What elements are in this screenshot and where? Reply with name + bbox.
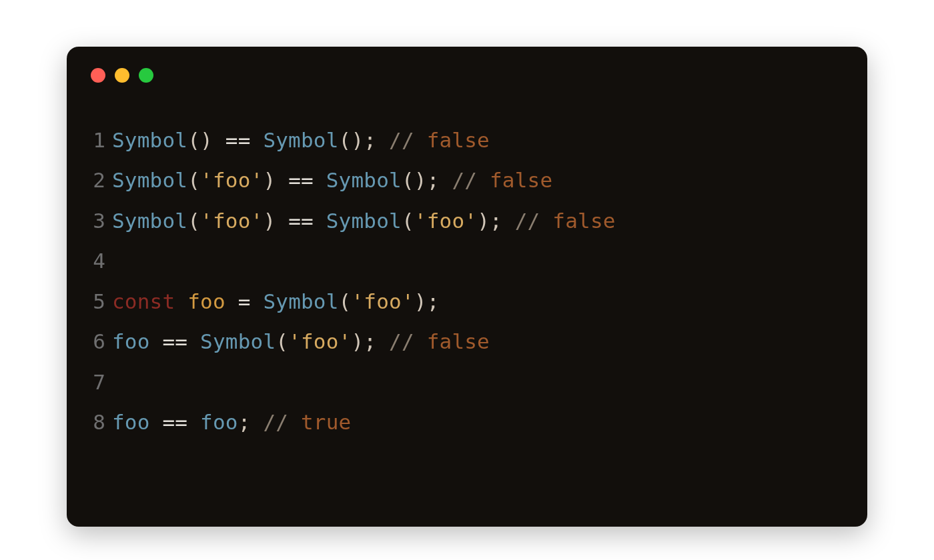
code-token xyxy=(251,289,264,313)
code-token: true xyxy=(301,410,351,434)
code-token: ) xyxy=(263,209,288,233)
code-token xyxy=(314,209,326,233)
code-token xyxy=(150,410,163,434)
code-token: // xyxy=(263,410,301,434)
code-line: 5const foo = Symbol('foo'); xyxy=(87,281,847,321)
code-token: Symbol xyxy=(200,329,276,353)
code-token: Symbol xyxy=(326,209,402,233)
code-token: == xyxy=(288,168,314,192)
line-number: 6 xyxy=(87,321,105,361)
code-token: = xyxy=(238,289,251,313)
close-icon[interactable] xyxy=(91,68,105,83)
code-token: Symbol xyxy=(112,209,187,233)
code-token: Symbol xyxy=(326,168,402,192)
code-token: false xyxy=(552,209,615,233)
code-token: foo xyxy=(112,410,150,434)
code-token xyxy=(251,128,264,152)
code-token: ; xyxy=(238,410,264,434)
code-token: false xyxy=(490,168,552,192)
code-token: ( xyxy=(402,209,414,233)
code-token: foo xyxy=(200,410,238,434)
code-token: Symbol xyxy=(112,168,187,192)
code-token: ( xyxy=(339,289,352,313)
code-token: foo xyxy=(112,329,150,353)
code-token: ); xyxy=(477,209,515,233)
code-token: false xyxy=(427,329,490,353)
code-token xyxy=(225,289,238,313)
code-token xyxy=(314,168,326,192)
code-token: (); xyxy=(339,128,389,152)
code-token: // xyxy=(452,168,490,192)
code-window: 1Symbol() == Symbol(); // false2Symbol('… xyxy=(67,47,867,527)
code-token: 'foo' xyxy=(414,209,477,233)
code-token: ); xyxy=(414,289,440,313)
code-token: ( xyxy=(187,168,200,192)
code-token: == xyxy=(162,410,187,434)
code-token: ( xyxy=(187,209,200,233)
code-token: // xyxy=(515,209,553,233)
code-token: const xyxy=(112,289,187,313)
code-token: // xyxy=(389,128,427,152)
code-token: Symbol xyxy=(263,289,338,313)
code-token: 'foo' xyxy=(288,329,351,353)
line-number: 1 xyxy=(87,120,105,160)
code-token: foo xyxy=(187,289,225,313)
minimize-icon[interactable] xyxy=(115,68,129,83)
code-token: // xyxy=(389,329,427,353)
code-line: 2Symbol('foo') == Symbol(); // false xyxy=(87,160,847,200)
line-number: 7 xyxy=(87,362,105,402)
code-token: 'foo' xyxy=(351,289,414,313)
code-token: () xyxy=(187,128,225,152)
code-token: ( xyxy=(276,329,288,353)
code-line: 8foo == foo; // true xyxy=(87,402,847,442)
line-number: 5 xyxy=(87,281,105,321)
code-token: ) xyxy=(263,168,288,192)
code-token: == xyxy=(225,128,251,152)
code-token xyxy=(187,410,200,434)
code-token: 'foo' xyxy=(200,168,263,192)
code-line: 6foo == Symbol('foo'); // false xyxy=(87,321,847,361)
line-number: 2 xyxy=(87,160,105,200)
code-token: == xyxy=(288,209,314,233)
code-line: 3Symbol('foo') == Symbol('foo'); // fals… xyxy=(87,201,847,241)
code-line: 7 xyxy=(87,362,847,402)
code-token: Symbol xyxy=(112,128,187,152)
code-token: (); xyxy=(402,168,452,192)
code-token: ); xyxy=(351,329,389,353)
code-token xyxy=(187,329,200,353)
code-token: false xyxy=(427,128,490,152)
code-line: 4 xyxy=(87,241,847,281)
traffic-lights xyxy=(91,68,847,83)
code-block: 1Symbol() == Symbol(); // false2Symbol('… xyxy=(87,120,847,443)
line-number: 4 xyxy=(87,241,105,281)
zoom-icon[interactable] xyxy=(139,68,153,83)
code-token: Symbol xyxy=(263,128,338,152)
code-line: 1Symbol() == Symbol(); // false xyxy=(87,120,847,160)
line-number: 3 xyxy=(87,201,105,241)
code-token xyxy=(150,329,163,353)
line-number: 8 xyxy=(87,402,105,442)
code-token: == xyxy=(162,329,187,353)
code-token: 'foo' xyxy=(200,209,263,233)
